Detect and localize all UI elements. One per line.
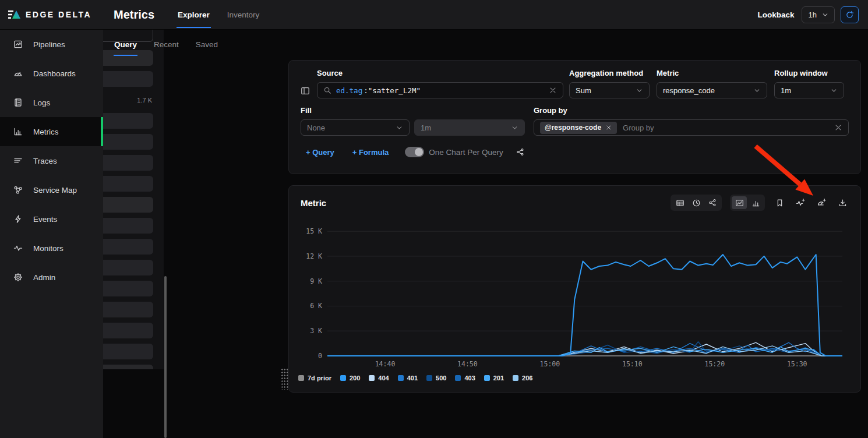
- legend-item-206[interactable]: 206: [513, 375, 532, 382]
- metric-value: response_code: [663, 86, 715, 95]
- topology-icon[interactable]: [705, 196, 720, 209]
- svg-text:15:30: 15:30: [787, 360, 807, 368]
- source-label: Source: [317, 69, 563, 77]
- top-right-controls: Lookback 1h: [758, 6, 868, 23]
- legend-label: 201: [493, 375, 504, 382]
- svg-text:9 K: 9 K: [310, 277, 322, 285]
- fill-select[interactable]: None: [301, 119, 410, 136]
- legend-item-200[interactable]: 200: [340, 375, 360, 382]
- header-tab-inventory[interactable]: Inventory: [226, 2, 261, 28]
- sidebar-item-traces[interactable]: Traces: [0, 146, 103, 175]
- svg-text:12 K: 12 K: [306, 252, 322, 260]
- bar-chart-icon[interactable]: [748, 196, 763, 209]
- query-builder-panel: Source ed.tag :"satter_L2M" Aggregation …: [288, 60, 861, 174]
- sidebar-item-events[interactable]: Events: [0, 204, 103, 234]
- source-query-field: ed.tag: [336, 86, 362, 95]
- sidebar-item-logs[interactable]: Logs: [0, 88, 103, 117]
- download-icon[interactable]: [836, 196, 849, 209]
- lookback-select[interactable]: 1h: [802, 6, 835, 23]
- aggregation-select[interactable]: Sum: [569, 82, 650, 98]
- source-query-input[interactable]: ed.tag :"satter_L2M": [317, 82, 563, 98]
- metric-line-chart[interactable]: 03 K6 K9 K12 K15 K14:4014:5015:0015:1015…: [299, 218, 851, 371]
- clock-icon[interactable]: [689, 196, 704, 209]
- legend-label: 403: [464, 375, 475, 382]
- group-by-label: Group by: [534, 106, 849, 115]
- tab-recent[interactable]: Recent: [153, 32, 179, 56]
- add-query-button[interactable]: + Query: [306, 148, 334, 157]
- legend-item-404[interactable]: 404: [369, 375, 389, 382]
- filters-scrollbar[interactable]: [164, 276, 167, 438]
- bookmark-icon[interactable]: [773, 196, 786, 209]
- legend-label: 500: [436, 375, 446, 382]
- header-tab-explorer[interactable]: Explorer: [177, 2, 211, 28]
- service-map-icon: [12, 184, 24, 196]
- panel-resize-handle[interactable]: [281, 368, 288, 390]
- chevron-down-icon: [830, 87, 838, 94]
- sidebar-item-pipelines[interactable]: Pipelines: [0, 30, 103, 59]
- chart-plot-area[interactable]: 03 K6 K9 K12 K15 K14:4014:5015:0015:1015…: [299, 218, 851, 371]
- group-by-placeholder: Group by: [623, 123, 654, 132]
- tab-query[interactable]: Query: [114, 32, 137, 56]
- legend-swatch: [369, 375, 375, 381]
- chevron-down-icon: [753, 87, 761, 94]
- edge-delta-logo-icon: [8, 9, 21, 20]
- lookback-value: 1h: [809, 10, 817, 19]
- legend-swatch: [455, 375, 461, 381]
- legend-swatch: [426, 375, 432, 381]
- remove-chip-icon[interactable]: [605, 124, 612, 131]
- clear-group-by-icon[interactable]: [834, 123, 842, 132]
- explorer-tabs: QueryRecentSaved: [114, 30, 218, 58]
- metric-chart-panel: Metric 03 K6 K9 K12 K15 K14:4014:5015:00…: [288, 185, 861, 393]
- pipelines-icon: [12, 38, 24, 50]
- sidebar-item-monitors[interactable]: Monitors: [0, 234, 103, 263]
- sidebar-item-label: Logs: [33, 98, 50, 107]
- legend-item-401[interactable]: 401: [398, 375, 418, 382]
- top-bar: EDGE DELTA Metrics ExplorerInventory Loo…: [0, 0, 868, 30]
- sidebar-item-dashboards[interactable]: Dashboards: [0, 59, 103, 88]
- add-formula-button[interactable]: + Formula: [352, 148, 389, 157]
- one-chart-per-query-toggle[interactable]: [405, 147, 424, 157]
- legend-label: 7d prior: [308, 375, 331, 382]
- rollup-label: Rollup window: [774, 69, 844, 77]
- fill-window-select[interactable]: 1m: [414, 119, 525, 136]
- toolbar-group: [671, 195, 722, 211]
- admin-icon: [12, 271, 24, 283]
- app-root: EDGE DELTA Metrics ExplorerInventory Loo…: [0, 0, 868, 438]
- tab-saved[interactable]: Saved: [195, 32, 218, 56]
- legend-item-7d-prior[interactable]: 7d prior: [298, 375, 331, 382]
- table-icon[interactable]: [672, 196, 687, 209]
- refresh-button[interactable]: [841, 6, 859, 23]
- monitors-icon: [12, 242, 24, 254]
- clear-source-icon[interactable]: [549, 86, 557, 94]
- add-monitor-icon[interactable]: [794, 196, 807, 209]
- header-tabs: ExplorerInventory: [177, 0, 260, 30]
- group-by-chip-label: @response-code: [545, 123, 601, 132]
- rollup-select[interactable]: 1m: [774, 82, 844, 98]
- sidebar-item-admin[interactable]: Admin: [0, 263, 103, 292]
- legend-item-500[interactable]: 500: [426, 375, 446, 382]
- svg-text:15 K: 15 K: [306, 227, 322, 235]
- rollup-value: 1m: [781, 86, 791, 95]
- lookback-label: Lookback: [758, 10, 795, 19]
- sidebar-item-label: Pipelines: [33, 40, 65, 49]
- legend-label: 206: [522, 375, 532, 382]
- events-icon: [12, 213, 24, 225]
- chart-toolbar: [671, 195, 849, 211]
- sidebar-item-metrics[interactable]: Metrics: [0, 117, 103, 146]
- legend-item-201[interactable]: 201: [484, 375, 504, 382]
- sidebar-item-service-map[interactable]: Service Map: [0, 175, 103, 204]
- group-by-chip: @response-code: [540, 122, 617, 134]
- sidebar-item-label: Traces: [33, 157, 57, 165]
- share-icon[interactable]: [516, 148, 524, 156]
- collapse-filters-icon[interactable]: [301, 86, 311, 98]
- add-to-dashboard-icon[interactable]: [815, 196, 828, 209]
- metric-select[interactable]: response_code: [657, 82, 767, 98]
- chart-title: Metric: [301, 198, 326, 208]
- line-chart-icon[interactable]: [732, 196, 747, 209]
- chevron-down-icon: [821, 11, 829, 19]
- svg-text:15:10: 15:10: [622, 360, 643, 368]
- sidebar-item-label: Events: [33, 215, 57, 224]
- sidebar-item-label: Metrics: [33, 128, 59, 136]
- group-by-input[interactable]: @response-code Group by: [534, 119, 849, 136]
- legend-item-403[interactable]: 403: [455, 375, 475, 382]
